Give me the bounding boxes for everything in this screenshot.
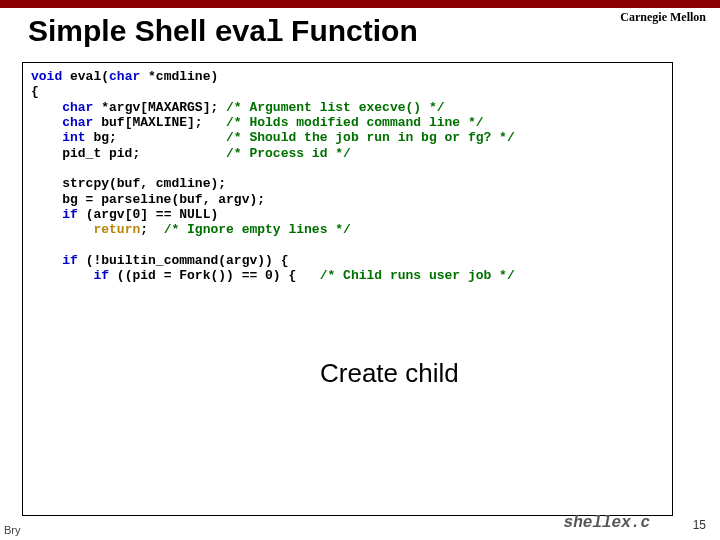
code-txt: *argv[MAXARGS];: [93, 100, 226, 115]
code-txt: eval(: [62, 69, 109, 84]
slide-title: Simple Shell eval Function: [28, 14, 418, 50]
code-txt: [31, 222, 93, 237]
code-txt: [31, 268, 93, 283]
code-txt: buf[MAXLINE];: [93, 115, 226, 130]
code-box: void eval(char *cmdline) { char *argv[MA…: [22, 62, 673, 516]
accent-bar: [0, 0, 720, 8]
footer-left: Bry: [4, 524, 21, 536]
annotation-label: Create child: [320, 358, 459, 389]
code-txt: [31, 100, 62, 115]
code-txt: [31, 253, 62, 268]
code-txt: (argv[0] == NULL): [78, 207, 218, 222]
code-txt: ((pid = Fork()) == 0) {: [109, 268, 320, 283]
code-blank: [31, 161, 39, 176]
code-comment: /* Should the job run in bg or fg? */: [226, 130, 515, 145]
code-txt: [31, 207, 62, 222]
code-txt: pid_t pid;: [31, 146, 226, 161]
code-kw: if: [93, 268, 109, 283]
code-kw: void: [31, 69, 62, 84]
code-kw: char: [62, 115, 93, 130]
slide: Carnegie Mellon Simple Shell eval Functi…: [0, 0, 720, 540]
title-text-after: Function: [283, 14, 418, 47]
code-txt: strcpy(buf, cmdline);: [31, 176, 226, 191]
title-code: eval: [215, 16, 283, 50]
code-comment: /* Holds modified command line */: [226, 115, 483, 130]
code-txt: bg = parseline(buf, argv);: [31, 192, 265, 207]
code-txt: [31, 115, 62, 130]
code-txt: [31, 130, 62, 145]
code-kw: char: [109, 69, 140, 84]
code-comment: /* Child runs user job */: [320, 268, 515, 283]
code-txt: (!builtin_command(argv)) {: [78, 253, 289, 268]
code-comment: /* Process id */: [226, 146, 351, 161]
source-file-label: shellex.c: [564, 514, 650, 532]
code-txt: ;: [140, 222, 163, 237]
code-kw: if: [62, 253, 78, 268]
code-txt: {: [31, 84, 39, 99]
code-kw: char: [62, 100, 93, 115]
page-number: 15: [693, 518, 706, 532]
code-kw: int: [62, 130, 85, 145]
code-comment: /* Argument list execve() */: [226, 100, 444, 115]
code-blank: [31, 238, 39, 253]
brand-label: Carnegie Mellon: [620, 10, 706, 25]
code-comment: /* Ignore empty lines */: [164, 222, 351, 237]
code-return: return: [93, 222, 140, 237]
code-kw: if: [62, 207, 78, 222]
code-txt: bg;: [86, 130, 226, 145]
title-text-before: Simple Shell: [28, 14, 215, 47]
code-txt: *cmdline): [140, 69, 218, 84]
